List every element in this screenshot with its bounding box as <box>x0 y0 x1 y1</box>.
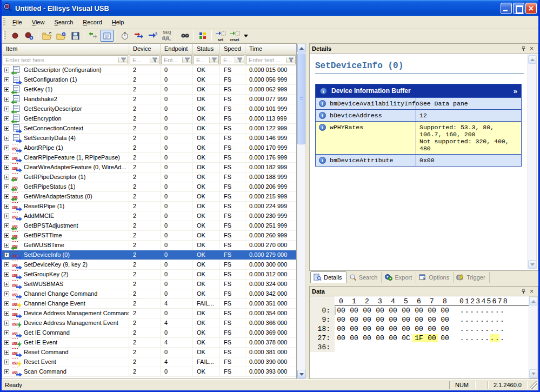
column-header-speed[interactable]: Speed <box>220 44 245 54</box>
expand-icon[interactable] <box>4 360 9 364</box>
filter-input-item[interactable]: Enter text here <box>3 55 128 64</box>
expand-icon[interactable] <box>4 136 9 141</box>
table-row[interactable]: GetSecurityDescriptor 2 0 OK FS 0.000 10… <box>2 104 296 114</box>
table-row[interactable]: GetWireAdapterStatus (0) 2 0 OK FS 0.000… <box>2 192 296 202</box>
filter-funnel-icon[interactable] <box>150 57 159 63</box>
table-row[interactable]: SetDeviceInfo (0) 2 0 OK FS 0.000 279 00… <box>2 250 296 260</box>
tab-export[interactable]: Export <box>382 272 416 283</box>
toolbar-overflow-icon[interactable] <box>244 35 248 37</box>
filter-funnel-icon[interactable] <box>235 57 244 63</box>
table-row[interactable]: Scan Command 2 0 OK FS 0.000 393 000 <box>2 367 296 377</box>
expand-icon[interactable] <box>4 184 9 189</box>
filter-input-status[interactable]: E... <box>194 55 219 64</box>
chevron-expand-icon[interactable]: » <box>514 87 517 95</box>
table-row[interactable]: SetSecurityData (4) 2 0 OK FS 0.000 146 … <box>2 134 296 143</box>
table-row[interactable]: GetRPipeDescriptor (1) 2 0 OK FS 0.000 1… <box>2 172 296 182</box>
table-row[interactable]: SetWUSBMAS 2 0 OK FS 0.000 324 000 <box>2 280 296 289</box>
expand-icon[interactable] <box>4 282 9 287</box>
expand-icon[interactable] <box>4 87 9 92</box>
tab-options[interactable]: Options <box>416 272 454 283</box>
pin-icon[interactable] <box>519 45 528 52</box>
hex-row[interactable]: 0: 000000000000000000 ......... <box>310 306 529 315</box>
table-row[interactable]: Get IE Event 2 4 OK FS 0.000 378 000 <box>2 338 296 348</box>
save-button[interactable] <box>69 30 82 42</box>
table-row[interactable]: ClearRPipeFeature (1, RPipePause) 2 0 OK… <box>2 153 296 163</box>
filter-input-device[interactable]: E... <box>130 55 159 64</box>
redirect-arrows-button[interactable] <box>132 30 145 42</box>
navigate-arrows-button[interactable] <box>86 30 99 42</box>
hex-row[interactable]: 9: 000000000000000000 ......... <box>310 315 529 324</box>
hex-row[interactable]: 18: 000000000000000000 ......... <box>310 324 529 334</box>
expand-icon[interactable] <box>4 97 9 102</box>
table-row[interactable]: SetDeviceKey (9, key 2) 2 0 OK FS 0.000 … <box>2 260 296 270</box>
scroll-up-icon[interactable] <box>297 44 305 52</box>
filter-funnel-icon[interactable] <box>286 57 295 63</box>
column-header-time[interactable]: Time <box>245 44 296 54</box>
menu-grip[interactable] <box>3 18 5 26</box>
filter-funnel-icon[interactable] <box>209 57 218 63</box>
record-button[interactable] <box>9 30 22 42</box>
data-scrollbar[interactable] <box>529 296 538 378</box>
table-row[interactable]: Reset Event 2 4 FAIL... FS 0.000 390 000 <box>2 357 296 367</box>
expand-icon[interactable] <box>4 155 9 160</box>
expand-icon[interactable] <box>4 214 9 218</box>
filter-input-time[interactable]: Enter text ... <box>246 55 296 64</box>
details-scrollbar[interactable] <box>528 55 537 269</box>
expand-icon[interactable] <box>4 369 9 374</box>
table-row[interactable]: GetWUSBTime 2 0 OK FS 0.000 270 000 <box>2 241 296 250</box>
table-row[interactable]: SetGroupKey (2) 2 0 OK FS 0.000 312 000 <box>2 270 296 280</box>
table-row[interactable]: SetConnectionContext 2 0 OK FS 0.000 122… <box>2 124 296 134</box>
find-button[interactable] <box>178 30 191 42</box>
pin-icon[interactable] <box>519 288 528 295</box>
list-scroll-track[interactable] <box>297 52 305 370</box>
scroll-up-icon[interactable] <box>529 297 537 305</box>
expand-icon[interactable] <box>4 272 9 277</box>
table-row[interactable]: Channel Change Event 2 4 FAIL... FS 0.00… <box>2 299 296 309</box>
table-row[interactable]: Handshake2 2 0 OK FS 0.000 077 999 <box>2 95 296 104</box>
table-row[interactable]: Channel Change Command 2 0 OK FS 0.000 3… <box>2 289 296 299</box>
table-row[interactable]: GetBPSTTime 2 0 OK FS 0.000 260 999 <box>2 231 296 241</box>
tab-search[interactable]: Search <box>346 272 382 283</box>
expand-icon[interactable] <box>4 194 9 199</box>
expand-icon[interactable] <box>4 321 9 325</box>
expand-icon[interactable] <box>4 68 9 72</box>
maximize-button[interactable] <box>513 3 524 14</box>
tab-trigger[interactable]: Trigger <box>454 272 489 283</box>
table-row[interactable]: ClearWireAdapterFeature (0, WireAd... 2 … <box>2 163 296 172</box>
reset-marker-button[interactable]: reset <box>228 30 241 42</box>
table-row[interactable]: GetRPipeStatus (1) 2 0 OK FS 0.000 206 9… <box>2 182 296 192</box>
close-button[interactable] <box>525 3 537 14</box>
buffer-row[interactable]: i bDeviceAddress 12 <box>316 109 521 121</box>
jump-to-s-button[interactable]: S <box>146 30 159 42</box>
scroll-down-icon[interactable] <box>529 369 537 378</box>
expand-icon[interactable] <box>4 77 9 82</box>
filter-funnel-icon[interactable] <box>182 57 191 63</box>
filter-input-speed[interactable]: E... <box>221 55 244 64</box>
expand-icon[interactable] <box>4 253 9 257</box>
table-row[interactable]: AddMMCIE 2 0 OK FS 0.000 230 999 <box>2 211 296 221</box>
data-scroll-track[interactable] <box>529 305 537 369</box>
table-row[interactable]: Device Address Management Command 2 0 OK… <box>2 309 296 318</box>
open-append-button[interactable] <box>55 30 68 42</box>
column-header-status[interactable]: Status <box>193 44 220 54</box>
minimize-button[interactable] <box>501 3 512 14</box>
menu-file[interactable]: File <box>8 17 27 27</box>
expand-icon[interactable] <box>4 233 9 238</box>
close-panel-icon[interactable]: × <box>528 288 536 295</box>
expand-icon[interactable] <box>4 145 9 150</box>
column-header-endpoint[interactable]: Endpoint <box>161 44 193 54</box>
expand-icon[interactable] <box>4 175 9 180</box>
expand-icon[interactable] <box>4 330 9 335</box>
expand-icon[interactable] <box>4 350 9 355</box>
hex-row[interactable]: 27: 00000000000C1F0000 ......... <box>310 334 529 343</box>
hex-row[interactable]: 36: <box>310 343 529 352</box>
expand-icon[interactable] <box>4 262 9 267</box>
table-row[interactable]: GetEncryption 2 0 OK FS 0.000 113 999 <box>2 114 296 124</box>
expand-icon[interactable] <box>4 311 9 316</box>
list-scrollbar[interactable] <box>297 43 306 379</box>
expand-icon[interactable] <box>4 243 9 248</box>
buffer-row[interactable]: i bmDeviceAttribute 0x00 <box>316 154 521 166</box>
filter-input-endpoint[interactable]: Ent... <box>161 55 192 64</box>
expand-icon[interactable] <box>4 116 9 121</box>
details-scroll-track[interactable] <box>528 64 536 260</box>
